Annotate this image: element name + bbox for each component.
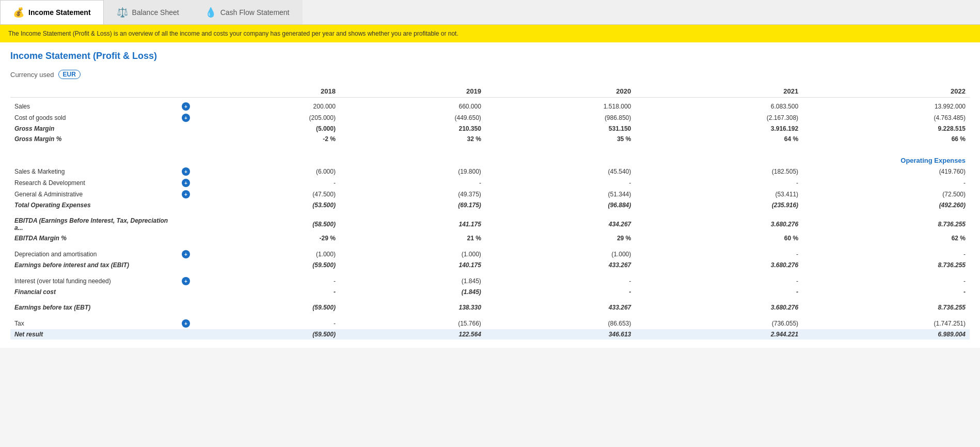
row-value: 29 % — [485, 233, 635, 243]
row-value: (49.375) — [340, 189, 485, 200]
row-value: (47.500) — [194, 189, 340, 200]
table-row: Sales+200.000660.0001.518.0006.083.50013… — [10, 101, 970, 112]
row-value: 433.267 — [485, 260, 635, 270]
page-title: Income Statement (Profit & Loss) — [10, 51, 970, 61]
row-value: - — [802, 249, 970, 260]
row-value: 433.267 — [485, 302, 635, 313]
info-button[interactable]: + — [182, 102, 190, 111]
info-cell — [176, 124, 194, 134]
row-value: (1.845) — [340, 275, 485, 287]
row-value: 8.736.255 — [802, 302, 970, 313]
info-cell — [176, 329, 194, 340]
row-label: EBITDA Margin % — [10, 233, 176, 243]
row-value: 141.175 — [340, 215, 485, 233]
row-label: Sales & Marketing — [10, 166, 176, 177]
row-value: 35 % — [485, 134, 635, 144]
tab-balance[interactable]: ⚖️ Balance Sheet — [104, 0, 192, 24]
row-value: (1.747.251) — [802, 318, 970, 329]
table-row: Gross Margin %-2 %32 %35 %64 %66 % — [10, 134, 970, 144]
section-label: Operating Expenses — [10, 149, 970, 166]
banner-text: The Income Statement (Profit & Loss) is … — [8, 30, 459, 37]
row-value: 32 % — [340, 134, 485, 144]
row-value: 8.736.255 — [802, 260, 970, 270]
row-value: - — [194, 287, 340, 297]
info-button[interactable]: + — [182, 167, 190, 176]
table-row: Total Operating Expenses(53.500)(69.175)… — [10, 200, 970, 210]
info-cell: + — [176, 101, 194, 112]
row-label: Interest (over total funding needed) — [10, 275, 176, 287]
row-value: (182.505) — [635, 166, 802, 177]
row-value: (45.540) — [485, 166, 635, 177]
row-label: Net result — [10, 329, 176, 340]
table-row: Sales & Marketing+(6.000)(19.800)(45.540… — [10, 166, 970, 177]
row-value: (19.800) — [340, 166, 485, 177]
info-button[interactable]: + — [182, 277, 190, 285]
table-row: Research & Development+----- — [10, 177, 970, 189]
row-value: 6.989.004 — [802, 329, 970, 340]
table-header-row: 2018 2019 2020 2021 2022 — [10, 85, 970, 98]
cashflow-icon: 💧 — [205, 7, 216, 18]
table-row: Tax+-(15.766)(86.653)(736.055)(1.747.251… — [10, 318, 970, 329]
row-value: - — [194, 177, 340, 189]
row-value: 13.992.000 — [802, 101, 970, 112]
row-value: - — [802, 275, 970, 287]
table-row: EBITDA Margin %-29 %21 %29 %60 %62 % — [10, 233, 970, 243]
balance-icon: ⚖️ — [117, 7, 128, 18]
spacer-row — [10, 270, 970, 275]
tabs-container: 💰 Income Statement ⚖️ Balance Sheet 💧 Ca… — [0, 0, 980, 25]
row-value: (15.766) — [340, 318, 485, 329]
info-cell — [176, 302, 194, 313]
row-label: Gross Margin — [10, 124, 176, 134]
row-label: EBITDA (Earnings Before Interest, Tax, D… — [10, 215, 176, 233]
info-button[interactable]: + — [182, 319, 190, 328]
header-2021: 2021 — [635, 85, 802, 98]
spacer-row — [10, 297, 970, 302]
financial-table: 2018 2019 2020 2021 2022 Sales+200.00066… — [10, 85, 970, 340]
info-button[interactable]: + — [182, 190, 190, 198]
table-row: Net result(59.500)122.564346.6132.944.22… — [10, 329, 970, 340]
row-value: - — [635, 287, 802, 297]
row-value: (235.916) — [635, 200, 802, 210]
row-value: - — [635, 177, 802, 189]
row-value: 122.564 — [340, 329, 485, 340]
info-cell: + — [176, 318, 194, 329]
row-value: (492.260) — [802, 200, 970, 210]
row-value: (86.653) — [485, 318, 635, 329]
info-cell: + — [176, 275, 194, 287]
row-label: Total Operating Expenses — [10, 200, 176, 210]
row-value: (1.845) — [340, 287, 485, 297]
row-value: (6.000) — [194, 166, 340, 177]
header-2020: 2020 — [485, 85, 635, 98]
row-value: 660.000 — [340, 101, 485, 112]
tab-income[interactable]: 💰 Income Statement — [0, 0, 104, 24]
info-button[interactable]: + — [182, 114, 190, 122]
row-value: - — [485, 177, 635, 189]
info-cell — [176, 215, 194, 233]
info-banner: The Income Statement (Profit & Loss) is … — [0, 25, 980, 42]
header-col-info — [176, 85, 194, 98]
info-button[interactable]: + — [182, 179, 190, 187]
info-button[interactable]: + — [182, 250, 190, 258]
row-value: 2.944.221 — [635, 329, 802, 340]
info-cell — [176, 260, 194, 270]
row-value: 6.083.500 — [635, 101, 802, 112]
header-2022: 2022 — [802, 85, 970, 98]
table-row: Depreciation and amortisation+(1.000)(1.… — [10, 249, 970, 260]
row-label: Depreciation and amortisation — [10, 249, 176, 260]
currency-row: Currency used EUR — [10, 70, 970, 79]
row-value: 531.150 — [485, 124, 635, 134]
row-label: Gross Margin % — [10, 134, 176, 144]
row-value: 140.175 — [340, 260, 485, 270]
table-row: Earnings before tax (EBT)(59.500)138.330… — [10, 302, 970, 313]
row-value: 9.228.515 — [802, 124, 970, 134]
row-value: (51.344) — [485, 189, 635, 200]
row-value: 60 % — [635, 233, 802, 243]
header-2019: 2019 — [340, 85, 485, 98]
row-value: - — [194, 318, 340, 329]
row-value: (1.000) — [340, 249, 485, 260]
row-value: 8.736.255 — [802, 215, 970, 233]
row-value: (53.411) — [635, 189, 802, 200]
tab-cashflow[interactable]: 💧 Cash Flow Statement — [192, 0, 303, 24]
row-label: Cost of goods sold — [10, 112, 176, 124]
row-value: (59.500) — [194, 260, 340, 270]
